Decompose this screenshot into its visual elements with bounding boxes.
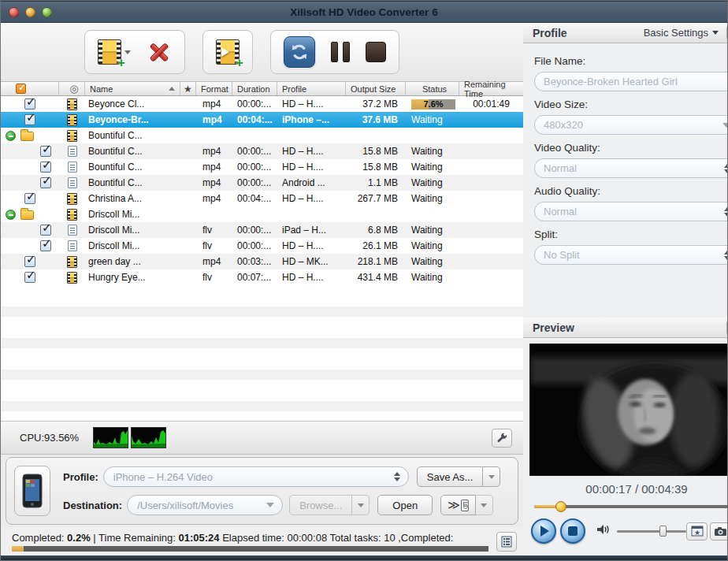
video-frame-image bbox=[530, 344, 728, 475]
delete-button[interactable] bbox=[147, 39, 172, 65]
table-row[interactable]: ✓ Driscoll Mi... flv 00:00:... HD – H...… bbox=[1, 238, 523, 254]
row-checkbox[interactable]: ✓ bbox=[40, 225, 51, 236]
settings-button[interactable] bbox=[492, 429, 512, 448]
add-file-button[interactable]: + bbox=[98, 39, 131, 65]
table-row[interactable]: ✓ Bountiful C... mp4 00:00:... Android .… bbox=[1, 175, 523, 191]
table-row-selected[interactable]: ✓ Beyonce-Br... mp4 00:04:... iPhone –..… bbox=[1, 112, 523, 128]
table-row[interactable]: ✓ Bountiful C... mp4 00:00:... HD – H...… bbox=[1, 159, 523, 175]
cpu-usage-label: CPU:93.56% bbox=[20, 432, 79, 444]
volume-slider[interactable] bbox=[617, 526, 686, 537]
row-checkbox[interactable]: ✓ bbox=[40, 177, 51, 188]
ipod-icon bbox=[461, 500, 469, 511]
video-size-dropdown[interactable]: 480x320 bbox=[534, 115, 728, 135]
empty-rows-area bbox=[1, 285, 523, 422]
add-file-dropdown-icon[interactable] bbox=[124, 50, 131, 54]
convert-controls-group bbox=[270, 30, 399, 74]
playback-time: 00:00:17 / 00:04:39 bbox=[523, 482, 728, 496]
format-column-header[interactable]: Format bbox=[196, 82, 232, 95]
table-row[interactable]: ✓ green day ... mp4 00:03:... HD – MK...… bbox=[1, 254, 523, 269]
video-size-label: Video Size: bbox=[534, 98, 728, 110]
disc-column-header[interactable]: ◎ bbox=[59, 82, 85, 95]
file-format: mp4 bbox=[196, 112, 232, 128]
table-row[interactable]: ✓ Christina A... mp4 00:04:... HD – H...… bbox=[1, 191, 523, 206]
transfer-dropdown-button[interactable] bbox=[476, 495, 493, 515]
task-report-button[interactable] bbox=[496, 532, 517, 552]
volume-thumb[interactable] bbox=[659, 526, 667, 537]
convert-button[interactable] bbox=[284, 36, 315, 68]
folder-icon bbox=[20, 210, 34, 220]
video-preview bbox=[529, 344, 728, 476]
stop-playback-button[interactable] bbox=[560, 518, 585, 544]
pause-button[interactable] bbox=[331, 42, 350, 62]
remaining-time-column-header[interactable]: Remaining Time bbox=[459, 82, 523, 95]
player-controls: ★ bbox=[523, 512, 728, 544]
video-file-icon bbox=[67, 98, 77, 110]
snapshot-manager-button[interactable]: ★ bbox=[686, 522, 708, 541]
file-name: Driscoll Mi... bbox=[85, 238, 180, 254]
table-row-group[interactable]: Bountiful C... bbox=[1, 128, 523, 143]
snapshot-button[interactable] bbox=[710, 522, 728, 541]
table-row[interactable]: ✓ Bountiful C... mp4 00:00:... HD – H...… bbox=[1, 143, 523, 159]
video-quality-dropdown[interactable]: Normal bbox=[534, 158, 728, 178]
file-name: Bountiful C... bbox=[85, 175, 180, 191]
basic-settings-form: File Name: Video Size: 480x320 Video Qua… bbox=[523, 43, 728, 318]
seek-knob[interactable] bbox=[555, 501, 566, 512]
stepper-icon bbox=[724, 164, 728, 173]
settings-mode-dropdown[interactable]: Basic Settings bbox=[644, 27, 719, 39]
table-row[interactable]: ✓ Beyonce Cl... mp4 00:00:... HD – H....… bbox=[1, 96, 523, 112]
video-file-icon bbox=[67, 130, 77, 142]
row-checkbox[interactable]: ✓ bbox=[24, 193, 35, 204]
select-all-checkbox[interactable]: ✓ bbox=[16, 84, 26, 94]
play-button[interactable] bbox=[531, 518, 556, 544]
file-name: Beyonce Cl... bbox=[85, 96, 180, 112]
browse-dropdown-button[interactable] bbox=[352, 495, 370, 515]
status-bar: Completed: 0.2% | Time Remaining: 01:05:… bbox=[1, 527, 523, 555]
row-checkbox[interactable]: ✓ bbox=[40, 240, 51, 251]
save-as-button[interactable]: Save As... bbox=[417, 466, 484, 487]
file-name-label: File Name: bbox=[534, 55, 728, 67]
chevron-down-icon bbox=[266, 503, 274, 507]
open-button[interactable]: Open bbox=[377, 495, 433, 515]
browse-button[interactable]: Browse... bbox=[289, 495, 352, 515]
duration-column-header[interactable]: Duration bbox=[232, 82, 277, 95]
file-remaining-time: 00:01:49 bbox=[459, 96, 523, 112]
cpu-core2-graph bbox=[131, 427, 166, 448]
collapse-group-icon[interactable] bbox=[6, 131, 16, 141]
row-checkbox[interactable]: ✓ bbox=[40, 162, 51, 173]
video-file-icon bbox=[67, 256, 77, 268]
table-row-group[interactable]: Driscoll Mi... bbox=[1, 206, 523, 222]
group-name: Driscoll Mi... bbox=[85, 206, 180, 222]
output-profile-dropdown[interactable]: iPhone – H.264 Video bbox=[103, 466, 409, 487]
profile-column-header[interactable]: Profile bbox=[277, 82, 346, 95]
row-checkbox[interactable]: ✓ bbox=[24, 272, 35, 283]
select-all-header[interactable]: ✓ bbox=[1, 82, 59, 95]
star-column-header[interactable]: ★ bbox=[180, 82, 196, 95]
destination-label: Destination: bbox=[63, 500, 122, 511]
chevron-down-icon bbox=[358, 503, 364, 507]
row-checkbox[interactable]: ✓ bbox=[24, 256, 35, 267]
row-checkbox[interactable]: ✓ bbox=[24, 114, 35, 125]
name-column-header[interactable]: Name bbox=[85, 82, 180, 95]
row-checkbox[interactable]: ✓ bbox=[40, 146, 51, 157]
table-row[interactable]: ✓ Hungry Eye... flv 00:07:... HD – H....… bbox=[1, 269, 523, 285]
add-to-convert-button[interactable]: + bbox=[216, 39, 240, 65]
audio-quality-dropdown[interactable]: Normal bbox=[534, 202, 728, 221]
row-checkbox[interactable]: ✓ bbox=[24, 98, 35, 110]
device-button[interactable] bbox=[14, 466, 50, 516]
table-row[interactable]: ✓ Driscoll Mi... flv 00:00:... iPad – H.… bbox=[1, 222, 523, 238]
seek-bar[interactable] bbox=[534, 501, 728, 512]
output-size-column-header[interactable]: Output Size bbox=[346, 82, 406, 95]
file-list: ✓ ◎ Name ★ Format Duration Profile Outpu… bbox=[1, 81, 523, 422]
chevron-down-icon bbox=[481, 503, 487, 507]
split-dropdown[interactable]: No Split bbox=[534, 245, 728, 265]
destination-dropdown[interactable]: /Users/xilisoft/Movies bbox=[127, 495, 283, 515]
transfer-to-device-button[interactable]: ≫ bbox=[440, 495, 476, 515]
volume-icon[interactable] bbox=[596, 523, 611, 539]
collapse-group-icon[interactable] bbox=[6, 210, 16, 220]
file-name-input[interactable] bbox=[544, 76, 728, 87]
status-column-header[interactable]: Status bbox=[406, 82, 459, 95]
stop-button[interactable] bbox=[366, 42, 386, 62]
file-duration: 00:04:... bbox=[232, 112, 277, 128]
file-remaining-time bbox=[459, 112, 523, 128]
save-as-dropdown-button[interactable] bbox=[483, 466, 500, 487]
